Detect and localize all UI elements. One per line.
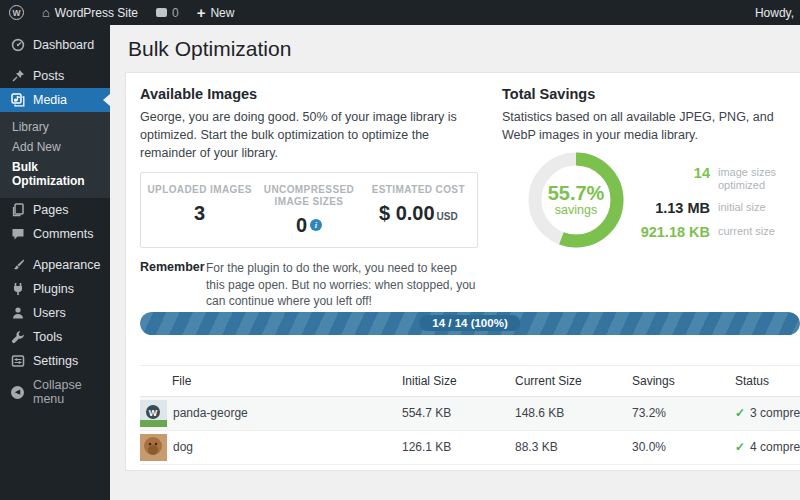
dashboard-icon xyxy=(10,38,25,52)
col-header-initial-size: Initial Size xyxy=(402,365,515,396)
paintbrush-icon xyxy=(10,258,25,272)
sidebar-item-comments[interactable]: Comments xyxy=(0,222,110,246)
savings-donut-chart: 55.7% savings xyxy=(528,152,624,248)
file-name: dog xyxy=(173,440,193,454)
total-savings-section: Total Savings Statistics based on all av… xyxy=(502,86,800,310)
sidebar-item-label: Tools xyxy=(33,330,62,344)
status-text: 4 compressed xyxy=(750,440,800,454)
info-icon[interactable] xyxy=(310,219,322,231)
sidebar-item-label: Media xyxy=(33,93,67,107)
wrench-icon xyxy=(10,330,25,344)
stat-initial-size: 1.13 MB initial size xyxy=(624,201,800,216)
media-submenu: Library Add New Bulk Optimization xyxy=(0,112,110,198)
stat-value: 3 xyxy=(145,202,254,224)
remember-note: Remember For the plugin to do the work, … xyxy=(140,260,478,310)
progress-label: 14 / 14 (100%) xyxy=(419,315,520,331)
wordpress-logo-icon: W xyxy=(9,5,24,20)
current-size-value: 88.3 KB xyxy=(515,430,632,464)
savings-value: 73.2% xyxy=(632,396,735,430)
comments-link[interactable]: 0 xyxy=(147,0,188,25)
site-name-label: WordPress Site xyxy=(55,6,138,20)
stat-value: 0 xyxy=(296,214,307,236)
file-name: panda-george xyxy=(173,406,248,420)
pushpin-icon xyxy=(10,69,25,83)
savings-percent: 55.7% xyxy=(548,183,605,203)
sidebar-item-media[interactable]: Media xyxy=(0,88,110,112)
savings-value: 30.0% xyxy=(632,430,735,464)
sidebar-item-label: Pages xyxy=(33,203,68,217)
current-size-value: 148.6 KB xyxy=(515,396,632,430)
user-icon xyxy=(10,306,25,320)
media-icon xyxy=(10,93,25,107)
sidebar-item-label: Posts xyxy=(33,69,64,83)
stat-uploaded-images: UPLOADED IMAGES 3 xyxy=(145,184,254,236)
progress-fill: 14 / 14 (100%) xyxy=(140,312,800,335)
submenu-item-bulk-optimization[interactable]: Bulk Optimization xyxy=(0,157,110,191)
collapse-arrow-icon: ◀ xyxy=(10,386,25,399)
sidebar-item-label: Comments xyxy=(33,227,93,241)
col-header-savings: Savings xyxy=(632,365,735,396)
total-savings-description: Statistics based on all available JPEG, … xyxy=(502,108,800,144)
admin-sidebar: Dashboard Posts Media Library Add New Bu… xyxy=(0,25,110,500)
remember-label: Remember xyxy=(140,260,206,310)
stat-label: current size xyxy=(718,225,796,238)
howdy-account-link[interactable]: Howdy, xyxy=(755,6,800,20)
savings-label: savings xyxy=(555,203,597,218)
active-menu-arrow xyxy=(103,94,110,106)
available-images-description: George, you are doing good. 50% of your … xyxy=(140,108,478,162)
check-icon: ✓ xyxy=(735,406,745,420)
table-header-row: File Initial Size Current Size Savings S… xyxy=(140,365,800,396)
initial-size-value: 126.1 KB xyxy=(402,430,515,464)
sidebar-item-label: Users xyxy=(33,306,66,320)
col-header-file: File xyxy=(140,365,402,396)
file-thumbnail: W xyxy=(140,400,167,427)
col-header-current-size: Current Size xyxy=(515,365,632,396)
sidebar-item-plugins[interactable]: Plugins xyxy=(0,277,110,301)
page-title: Bulk Optimization xyxy=(128,37,800,61)
status-text: 3 compressed xyxy=(750,406,800,420)
sidebar-item-posts[interactable]: Posts xyxy=(0,64,110,88)
wp-logo-menu[interactable]: W xyxy=(0,0,33,25)
sidebar-item-tools[interactable]: Tools xyxy=(0,325,110,349)
submenu-item-add-new[interactable]: Add New xyxy=(0,137,110,157)
submenu-item-library[interactable]: Library xyxy=(0,117,110,137)
collapse-menu-button[interactable]: ◀ Collapse menu xyxy=(0,380,110,404)
stat-value: 14 xyxy=(624,166,710,181)
stat-label: UPLOADED IMAGES xyxy=(145,184,254,196)
stat-label: image sizes optimized xyxy=(718,166,796,192)
sidebar-item-appearance[interactable]: Appearance xyxy=(0,253,110,277)
sidebar-item-label: Plugins xyxy=(33,282,74,296)
howdy-label: Howdy, xyxy=(755,6,794,20)
sidebar-item-settings[interactable]: Settings xyxy=(0,349,110,373)
sidebar-item-pages[interactable]: Pages xyxy=(0,198,110,222)
stat-current-size: 921.18 KB current size xyxy=(624,225,800,240)
savings-stats: 14 image sizes optimized 1.13 MB initial… xyxy=(624,166,800,249)
bulk-optimization-card: Available Images George, you are doing g… xyxy=(125,72,800,471)
stat-label: initial size xyxy=(718,201,796,214)
site-name-link[interactable]: ⌂ WordPress Site xyxy=(33,0,147,25)
stat-value: 1.13 MB xyxy=(624,201,710,216)
svg-text:W: W xyxy=(149,407,158,417)
settings-icon xyxy=(10,354,25,368)
comments-icon xyxy=(10,227,25,241)
optimization-results-table: File Initial Size Current Size Savings S… xyxy=(140,365,800,465)
stat-value: 921.18 KB xyxy=(624,225,710,240)
image-stats-box: UPLOADED IMAGES 3 UNCOMPRESSED IMAGE SIZ… xyxy=(140,172,478,248)
pages-icon xyxy=(10,203,25,217)
available-images-heading: Available Images xyxy=(140,86,478,102)
new-content-link[interactable]: + New xyxy=(188,0,244,25)
home-icon: ⌂ xyxy=(42,6,50,19)
sidebar-item-users[interactable]: Users xyxy=(0,301,110,325)
sidebar-item-label: Settings xyxy=(33,354,78,368)
sidebar-item-dashboard[interactable]: Dashboard xyxy=(0,33,110,57)
admin-bar: W ⌂ WordPress Site 0 + New Howdy, xyxy=(0,0,800,25)
table-row: dog 126.1 KB 88.3 KB 30.0% ✓4 compressed xyxy=(140,430,800,464)
sidebar-item-label: Dashboard xyxy=(33,38,94,52)
comments-bubble-icon xyxy=(156,8,167,17)
bulk-progress-bar: 14 / 14 (100%) xyxy=(140,312,800,335)
comments-count: 0 xyxy=(172,6,179,20)
stat-uncompressed-sizes: UNCOMPRESSED IMAGE SIZES 0 xyxy=(254,184,363,236)
col-header-status: Status xyxy=(735,365,800,396)
plugin-icon xyxy=(10,282,25,296)
file-thumbnail xyxy=(140,434,167,461)
